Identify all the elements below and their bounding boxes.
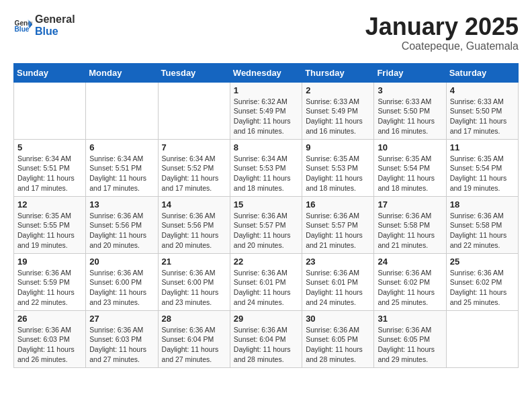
day-info: Sunrise: 6:36 AMSunset: 6:05 PMDaylight:…: [378, 325, 442, 365]
day-info: Sunrise: 6:36 AMSunset: 6:03 PMDaylight:…: [89, 325, 154, 365]
day-info: Sunrise: 6:36 AMSunset: 5:59 PMDaylight:…: [17, 268, 82, 308]
day-info: Sunrise: 6:36 AMSunset: 6:01 PMDaylight:…: [234, 268, 298, 308]
logo-icon: General Blue: [13, 16, 32, 35]
day-number: 24: [378, 257, 442, 267]
calendar-cell: 1Sunrise: 6:32 AMSunset: 5:49 PMDaylight…: [230, 82, 302, 139]
calendar-cell: 18Sunrise: 6:36 AMSunset: 5:58 PMDayligh…: [446, 196, 518, 253]
day-number: 9: [306, 142, 370, 152]
calendar-week-row: 1Sunrise: 6:32 AMSunset: 5:49 PMDaylight…: [14, 82, 519, 139]
weekday-header-wednesday: Wednesday: [230, 63, 302, 82]
day-info: Sunrise: 6:36 AMSunset: 5:58 PMDaylight:…: [378, 211, 442, 250]
calendar-cell: 25Sunrise: 6:36 AMSunset: 6:02 PMDayligh…: [446, 253, 518, 310]
day-number: 28: [162, 314, 226, 324]
day-number: 25: [450, 257, 515, 267]
day-info: Sunrise: 6:34 AMSunset: 5:51 PMDaylight:…: [89, 154, 154, 193]
day-info: Sunrise: 6:34 AMSunset: 5:53 PMDaylight:…: [234, 154, 298, 193]
calendar-cell: 23Sunrise: 6:36 AMSunset: 6:01 PMDayligh…: [302, 253, 374, 310]
day-number: 10: [378, 142, 442, 152]
calendar-cell: [158, 82, 230, 139]
calendar-cell: 6Sunrise: 6:34 AMSunset: 5:51 PMDaylight…: [86, 139, 158, 196]
calendar-week-row: 12Sunrise: 6:35 AMSunset: 5:55 PMDayligh…: [14, 196, 519, 253]
day-info: Sunrise: 6:36 AMSunset: 6:04 PMDaylight:…: [234, 325, 298, 365]
weekday-header-tuesday: Tuesday: [158, 63, 230, 82]
day-info: Sunrise: 6:36 AMSunset: 5:56 PMDaylight:…: [162, 211, 226, 250]
day-info: Sunrise: 6:36 AMSunset: 5:57 PMDaylight:…: [306, 211, 370, 250]
day-number: 13: [89, 199, 154, 210]
day-info: Sunrise: 6:36 AMSunset: 6:00 PMDaylight:…: [162, 268, 226, 308]
day-info: Sunrise: 6:36 AMSunset: 6:03 PMDaylight:…: [17, 325, 82, 365]
calendar-location: Coatepeque, Guatemala: [365, 40, 519, 52]
day-info: Sunrise: 6:36 AMSunset: 6:05 PMDaylight:…: [306, 325, 370, 365]
calendar-cell: 26Sunrise: 6:36 AMSunset: 6:03 PMDayligh…: [14, 310, 86, 367]
calendar-week-row: 5Sunrise: 6:34 AMSunset: 5:51 PMDaylight…: [14, 139, 519, 196]
calendar-cell: 30Sunrise: 6:36 AMSunset: 6:05 PMDayligh…: [302, 310, 374, 367]
calendar-cell: 22Sunrise: 6:36 AMSunset: 6:01 PMDayligh…: [230, 253, 302, 310]
day-info: Sunrise: 6:36 AMSunset: 6:01 PMDaylight:…: [306, 268, 370, 308]
day-number: 3: [378, 85, 442, 95]
day-number: 4: [450, 85, 515, 95]
day-number: 11: [450, 142, 515, 152]
day-number: 17: [378, 199, 442, 210]
day-info: Sunrise: 6:32 AMSunset: 5:49 PMDaylight:…: [234, 97, 298, 136]
weekday-header-friday: Friday: [374, 63, 446, 82]
calendar-cell: 19Sunrise: 6:36 AMSunset: 5:59 PMDayligh…: [14, 253, 86, 310]
calendar-cell: [86, 82, 158, 139]
calendar-cell: 20Sunrise: 6:36 AMSunset: 6:00 PMDayligh…: [86, 253, 158, 310]
day-number: 26: [17, 314, 82, 324]
day-number: 16: [306, 199, 370, 210]
day-number: 18: [450, 199, 515, 210]
calendar-cell: 27Sunrise: 6:36 AMSunset: 6:03 PMDayligh…: [86, 310, 158, 367]
calendar-week-row: 26Sunrise: 6:36 AMSunset: 6:03 PMDayligh…: [14, 310, 519, 367]
calendar-cell: 16Sunrise: 6:36 AMSunset: 5:57 PMDayligh…: [302, 196, 374, 253]
svg-text:Blue: Blue: [15, 26, 30, 33]
logo-blue-text: Blue: [35, 26, 75, 38]
calendar-cell: 2Sunrise: 6:33 AMSunset: 5:49 PMDaylight…: [302, 82, 374, 139]
day-number: 8: [234, 142, 298, 152]
logo-general-text: General: [35, 13, 75, 26]
day-info: Sunrise: 6:36 AMSunset: 6:00 PMDaylight:…: [89, 268, 154, 308]
day-info: Sunrise: 6:33 AMSunset: 5:49 PMDaylight:…: [306, 97, 370, 136]
calendar-cell: 3Sunrise: 6:33 AMSunset: 5:50 PMDaylight…: [374, 82, 446, 139]
calendar-cell: 15Sunrise: 6:36 AMSunset: 5:57 PMDayligh…: [230, 196, 302, 253]
day-info: Sunrise: 6:34 AMSunset: 5:51 PMDaylight:…: [17, 154, 82, 193]
calendar-cell: [14, 82, 86, 139]
day-number: 5: [17, 142, 82, 152]
calendar-cell: 7Sunrise: 6:34 AMSunset: 5:52 PMDaylight…: [158, 139, 230, 196]
day-number: 12: [17, 199, 82, 210]
calendar-cell: 5Sunrise: 6:34 AMSunset: 5:51 PMDaylight…: [14, 139, 86, 196]
calendar-cell: 9Sunrise: 6:35 AMSunset: 5:53 PMDaylight…: [302, 139, 374, 196]
weekday-header-sunday: Sunday: [14, 63, 86, 82]
page-header: General Blue General Blue January 2025 C…: [13, 13, 519, 52]
day-info: Sunrise: 6:36 AMSunset: 6:02 PMDaylight:…: [450, 268, 515, 308]
title-block: January 2025 Coatepeque, Guatemala: [365, 13, 519, 52]
calendar-cell: 12Sunrise: 6:35 AMSunset: 5:55 PMDayligh…: [14, 196, 86, 253]
day-info: Sunrise: 6:33 AMSunset: 5:50 PMDaylight:…: [450, 97, 515, 136]
day-info: Sunrise: 6:36 AMSunset: 6:02 PMDaylight:…: [378, 268, 442, 308]
day-info: Sunrise: 6:35 AMSunset: 5:54 PMDaylight:…: [378, 154, 442, 193]
calendar-cell: 4Sunrise: 6:33 AMSunset: 5:50 PMDaylight…: [446, 82, 518, 139]
day-number: 31: [378, 314, 442, 324]
calendar-cell: 11Sunrise: 6:35 AMSunset: 5:54 PMDayligh…: [446, 139, 518, 196]
day-number: 20: [89, 257, 154, 267]
day-number: 15: [234, 199, 298, 210]
day-number: 27: [89, 314, 154, 324]
day-number: 7: [162, 142, 226, 152]
day-info: Sunrise: 6:35 AMSunset: 5:54 PMDaylight:…: [450, 154, 515, 193]
weekday-header-row: SundayMondayTuesdayWednesdayThursdayFrid…: [14, 63, 519, 82]
day-number: 14: [162, 199, 226, 210]
calendar-cell: 24Sunrise: 6:36 AMSunset: 6:02 PMDayligh…: [374, 253, 446, 310]
day-number: 1: [234, 85, 298, 95]
calendar-cell: 8Sunrise: 6:34 AMSunset: 5:53 PMDaylight…: [230, 139, 302, 196]
day-info: Sunrise: 6:35 AMSunset: 5:53 PMDaylight:…: [306, 154, 370, 193]
calendar-cell: 31Sunrise: 6:36 AMSunset: 6:05 PMDayligh…: [374, 310, 446, 367]
weekday-header-thursday: Thursday: [302, 63, 374, 82]
day-number: 30: [306, 314, 370, 324]
day-info: Sunrise: 6:34 AMSunset: 5:52 PMDaylight:…: [162, 154, 226, 193]
calendar-cell: 10Sunrise: 6:35 AMSunset: 5:54 PMDayligh…: [374, 139, 446, 196]
calendar-cell: 21Sunrise: 6:36 AMSunset: 6:00 PMDayligh…: [158, 253, 230, 310]
day-number: 6: [89, 142, 154, 152]
calendar-cell: 17Sunrise: 6:36 AMSunset: 5:58 PMDayligh…: [374, 196, 446, 253]
day-number: 23: [306, 257, 370, 267]
calendar-cell: 13Sunrise: 6:36 AMSunset: 5:56 PMDayligh…: [86, 196, 158, 253]
day-number: 22: [234, 257, 298, 267]
